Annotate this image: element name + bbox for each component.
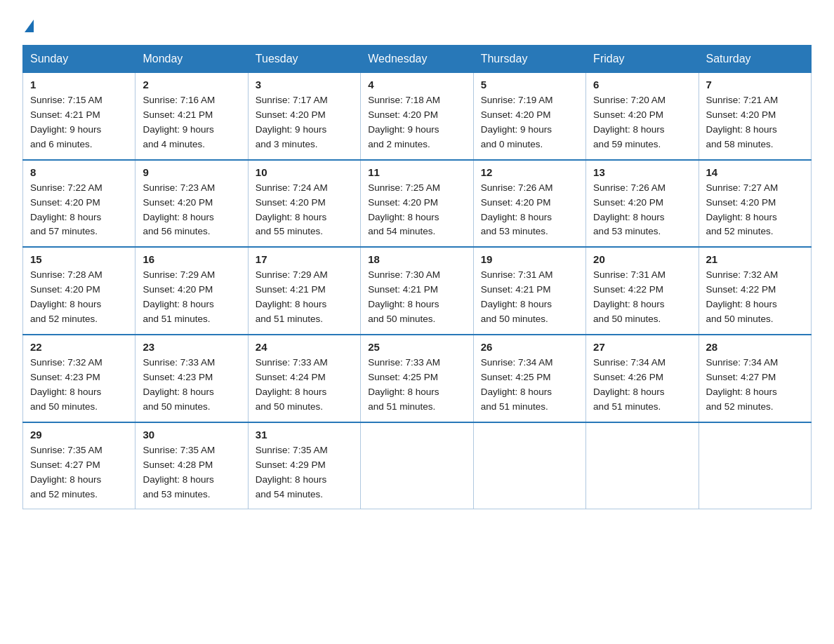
day-detail: Sunrise: 7:33 AMSunset: 4:24 PMDaylight:…	[256, 356, 353, 415]
day-detail: Sunrise: 7:26 AMSunset: 4:20 PMDaylight:…	[481, 181, 578, 240]
logo-blue-text	[22, 20, 34, 32]
calendar-cell: 9 Sunrise: 7:23 AMSunset: 4:20 PMDayligh…	[135, 160, 248, 248]
day-detail: Sunrise: 7:25 AMSunset: 4:20 PMDaylight:…	[368, 181, 465, 240]
calendar-cell: 19 Sunrise: 7:31 AMSunset: 4:21 PMDaylig…	[473, 247, 585, 335]
day-number: 28	[706, 341, 804, 353]
calendar-cell: 22 Sunrise: 7:32 AMSunset: 4:23 PMDaylig…	[23, 335, 135, 422]
day-number: 3	[256, 79, 353, 90]
day-number: 12	[481, 166, 578, 178]
calendar-cell	[361, 422, 473, 509]
day-detail: Sunrise: 7:27 AMSunset: 4:20 PMDaylight:…	[706, 181, 804, 240]
calendar-cell: 3 Sunrise: 7:17 AMSunset: 4:20 PMDayligh…	[248, 73, 360, 160]
day-number: 23	[143, 341, 240, 353]
day-detail: Sunrise: 7:24 AMSunset: 4:20 PMDaylight:…	[256, 181, 353, 240]
day-detail: Sunrise: 7:30 AMSunset: 4:21 PMDaylight:…	[368, 268, 465, 327]
calendar-cell: 21 Sunrise: 7:32 AMSunset: 4:22 PMDaylig…	[699, 247, 811, 335]
day-number: 18	[368, 253, 465, 265]
calendar-week-row: 22 Sunrise: 7:32 AMSunset: 4:23 PMDaylig…	[23, 335, 812, 422]
calendar-cell: 18 Sunrise: 7:30 AMSunset: 4:21 PMDaylig…	[361, 247, 473, 335]
calendar-cell: 15 Sunrise: 7:28 AMSunset: 4:20 PMDaylig…	[23, 247, 135, 335]
day-detail: Sunrise: 7:23 AMSunset: 4:20 PMDaylight:…	[143, 181, 240, 240]
day-detail: Sunrise: 7:34 AMSunset: 4:26 PMDaylight:…	[593, 356, 691, 415]
day-number: 1	[30, 79, 128, 90]
calendar-cell: 28 Sunrise: 7:34 AMSunset: 4:27 PMDaylig…	[699, 335, 811, 422]
calendar-cell: 16 Sunrise: 7:29 AMSunset: 4:20 PMDaylig…	[135, 247, 248, 335]
calendar-cell	[699, 422, 811, 509]
day-detail: Sunrise: 7:32 AMSunset: 4:22 PMDaylight:…	[706, 268, 804, 327]
calendar-cell: 12 Sunrise: 7:26 AMSunset: 4:20 PMDaylig…	[473, 160, 585, 248]
calendar-cell: 13 Sunrise: 7:26 AMSunset: 4:20 PMDaylig…	[586, 160, 699, 248]
day-number: 20	[593, 253, 691, 265]
weekday-header-wednesday: Wednesday	[361, 46, 473, 73]
weekday-row: SundayMondayTuesdayWednesdayThursdayFrid…	[23, 46, 812, 73]
day-detail: Sunrise: 7:28 AMSunset: 4:20 PMDaylight:…	[30, 268, 128, 327]
weekday-header-sunday: Sunday	[23, 46, 135, 73]
day-detail: Sunrise: 7:20 AMSunset: 4:20 PMDaylight:…	[593, 93, 691, 152]
calendar-cell: 25 Sunrise: 7:33 AMSunset: 4:25 PMDaylig…	[361, 335, 473, 422]
day-number: 21	[706, 253, 804, 265]
day-number: 10	[256, 166, 353, 178]
logo-triangle-icon	[25, 20, 34, 32]
day-detail: Sunrise: 7:31 AMSunset: 4:21 PMDaylight:…	[481, 268, 578, 327]
calendar-cell	[473, 422, 585, 509]
weekday-header-friday: Friday	[586, 46, 699, 73]
day-number: 29	[30, 429, 128, 441]
calendar-cell: 30 Sunrise: 7:35 AMSunset: 4:28 PMDaylig…	[135, 422, 248, 509]
day-number: 30	[143, 429, 240, 441]
calendar-cell: 29 Sunrise: 7:35 AMSunset: 4:27 PMDaylig…	[23, 422, 135, 509]
calendar-cell: 1 Sunrise: 7:15 AMSunset: 4:21 PMDayligh…	[23, 73, 135, 160]
day-detail: Sunrise: 7:18 AMSunset: 4:20 PMDaylight:…	[368, 93, 465, 152]
calendar-cell: 5 Sunrise: 7:19 AMSunset: 4:20 PMDayligh…	[473, 73, 585, 160]
day-detail: Sunrise: 7:31 AMSunset: 4:22 PMDaylight:…	[593, 268, 691, 327]
day-number: 17	[256, 253, 353, 265]
day-detail: Sunrise: 7:29 AMSunset: 4:21 PMDaylight:…	[256, 268, 353, 327]
day-number: 24	[256, 341, 353, 353]
day-number: 7	[706, 79, 804, 90]
day-number: 6	[593, 79, 691, 90]
logo	[22, 20, 34, 32]
day-number: 15	[30, 253, 128, 265]
day-number: 8	[30, 166, 128, 178]
weekday-header-monday: Monday	[135, 46, 248, 73]
day-detail: Sunrise: 7:34 AMSunset: 4:27 PMDaylight:…	[706, 356, 804, 415]
calendar-cell: 7 Sunrise: 7:21 AMSunset: 4:20 PMDayligh…	[699, 73, 811, 160]
calendar-cell: 4 Sunrise: 7:18 AMSunset: 4:20 PMDayligh…	[361, 73, 473, 160]
calendar-header: SundayMondayTuesdayWednesdayThursdayFrid…	[23, 46, 812, 73]
day-number: 2	[143, 79, 240, 90]
day-number: 11	[368, 166, 465, 178]
day-number: 19	[481, 253, 578, 265]
day-detail: Sunrise: 7:35 AMSunset: 4:29 PMDaylight:…	[256, 443, 353, 502]
calendar-cell: 2 Sunrise: 7:16 AMSunset: 4:21 PMDayligh…	[135, 73, 248, 160]
calendar-week-row: 29 Sunrise: 7:35 AMSunset: 4:27 PMDaylig…	[23, 422, 812, 509]
calendar-table: SundayMondayTuesdayWednesdayThursdayFrid…	[22, 45, 812, 509]
day-detail: Sunrise: 7:22 AMSunset: 4:20 PMDaylight:…	[30, 181, 128, 240]
day-number: 5	[481, 79, 578, 90]
day-number: 9	[143, 166, 240, 178]
calendar-cell: 20 Sunrise: 7:31 AMSunset: 4:22 PMDaylig…	[586, 247, 699, 335]
day-number: 22	[30, 341, 128, 353]
day-detail: Sunrise: 7:32 AMSunset: 4:23 PMDaylight:…	[30, 356, 128, 415]
calendar-week-row: 1 Sunrise: 7:15 AMSunset: 4:21 PMDayligh…	[23, 73, 812, 160]
day-detail: Sunrise: 7:17 AMSunset: 4:20 PMDaylight:…	[256, 93, 353, 152]
day-detail: Sunrise: 7:15 AMSunset: 4:21 PMDaylight:…	[30, 93, 128, 152]
day-detail: Sunrise: 7:33 AMSunset: 4:25 PMDaylight:…	[368, 356, 465, 415]
calendar-cell: 8 Sunrise: 7:22 AMSunset: 4:20 PMDayligh…	[23, 160, 135, 248]
calendar-cell: 10 Sunrise: 7:24 AMSunset: 4:20 PMDaylig…	[248, 160, 360, 248]
day-detail: Sunrise: 7:33 AMSunset: 4:23 PMDaylight:…	[143, 356, 240, 415]
day-number: 4	[368, 79, 465, 90]
calendar-cell: 24 Sunrise: 7:33 AMSunset: 4:24 PMDaylig…	[248, 335, 360, 422]
page-header	[22, 17, 812, 32]
day-detail: Sunrise: 7:19 AMSunset: 4:20 PMDaylight:…	[481, 93, 578, 152]
day-detail: Sunrise: 7:35 AMSunset: 4:27 PMDaylight:…	[30, 443, 128, 502]
day-number: 25	[368, 341, 465, 353]
day-detail: Sunrise: 7:16 AMSunset: 4:21 PMDaylight:…	[143, 93, 240, 152]
day-number: 26	[481, 341, 578, 353]
calendar-week-row: 15 Sunrise: 7:28 AMSunset: 4:20 PMDaylig…	[23, 247, 812, 335]
calendar-cell: 27 Sunrise: 7:34 AMSunset: 4:26 PMDaylig…	[586, 335, 699, 422]
day-detail: Sunrise: 7:29 AMSunset: 4:20 PMDaylight:…	[143, 268, 240, 327]
day-detail: Sunrise: 7:34 AMSunset: 4:25 PMDaylight:…	[481, 356, 578, 415]
weekday-header-thursday: Thursday	[473, 46, 585, 73]
day-number: 14	[706, 166, 804, 178]
calendar-cell: 17 Sunrise: 7:29 AMSunset: 4:21 PMDaylig…	[248, 247, 360, 335]
weekday-header-saturday: Saturday	[699, 46, 811, 73]
